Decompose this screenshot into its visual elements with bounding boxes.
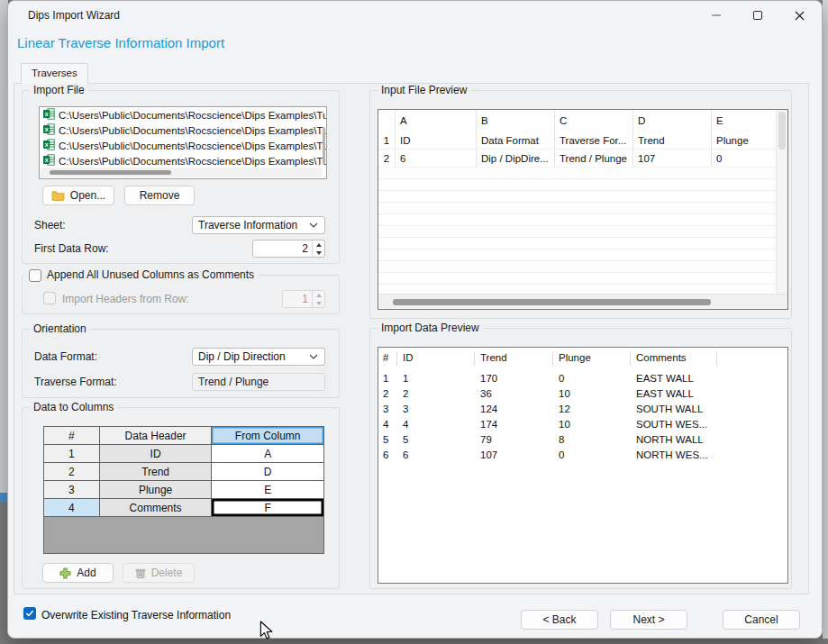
- sheet-label: Sheet:: [34, 219, 66, 231]
- append-columns-caption[interactable]: Append All Unused Columns as Comments: [25, 268, 258, 282]
- file-list-item[interactable]: x C:\Users\Public\Documents\Rocscience\D…: [40, 122, 326, 138]
- background-right-edge: [823, 0, 828, 639]
- cell: 0: [553, 371, 631, 386]
- cell: ID: [395, 132, 476, 149]
- table-row[interactable]: 3 Plunge E: [44, 481, 323, 499]
- delete-button: Delete: [123, 563, 195, 583]
- row-index-cell[interactable]: 2: [44, 463, 100, 481]
- cell: Traverse For...: [554, 132, 632, 149]
- row-number: 4: [378, 417, 397, 432]
- tab-label: Traverses: [32, 68, 77, 78]
- table-row[interactable]: 1 ID A: [44, 445, 323, 463]
- data-header-cell[interactable]: ID: [100, 445, 213, 463]
- scrollbar-thumb[interactable]: [393, 299, 711, 305]
- from-column-cell[interactable]: E: [212, 481, 323, 499]
- data-to-columns-table[interactable]: # Data Header From Column 1 ID A 2 Trend…: [43, 426, 324, 554]
- file-path: C:\Users\Public\Documents\Rocscience\Dip…: [59, 125, 326, 136]
- cell: 6: [397, 448, 475, 463]
- minimize-button[interactable]: [696, 1, 737, 30]
- cell: 79: [475, 432, 553, 448]
- cell: 107: [475, 448, 553, 463]
- spinner-up-button[interactable]: [313, 240, 324, 249]
- maximize-button[interactable]: [737, 1, 778, 30]
- cell: 0: [553, 448, 631, 463]
- horizontal-scrollbar[interactable]: [378, 294, 787, 309]
- cell: EAST WALL: [631, 371, 717, 386]
- open-folder-icon: [51, 190, 65, 201]
- table-row: 3 3 124 12 SOUTH WALL: [378, 402, 787, 417]
- overwrite-checkbox[interactable]: [23, 607, 36, 620]
- scrollbar-thumb[interactable]: [50, 170, 171, 175]
- close-button[interactable]: [778, 1, 820, 30]
- cell: 4: [397, 417, 475, 432]
- row-number: 5: [378, 432, 397, 448]
- input-file-preview-table[interactable]: A B C D E 1 ID Data Format Traverse For.…: [378, 109, 788, 310]
- file-path: C:\Users\Public\Documents\Rocscience\Dip…: [59, 156, 326, 167]
- file-list-item[interactable]: x C:\Users\Public\Documents\Rocscience\D…: [40, 153, 326, 168]
- table-row: 5 5 79 8 NORTH WALL: [378, 432, 787, 448]
- cell: SOUTH WALL: [631, 402, 717, 417]
- row-number: 2: [378, 386, 397, 402]
- append-columns-label: Append All Unused Columns as Comments: [47, 268, 254, 282]
- column-header: Trend: [475, 351, 553, 366]
- first-data-row-spinner[interactable]: 2: [252, 240, 325, 258]
- spinner-down-button: [313, 299, 324, 307]
- table-row-selected[interactable]: 4 Comments F: [44, 499, 323, 517]
- row-number: 1: [378, 371, 397, 386]
- data-header-cell[interactable]: Trend: [100, 463, 213, 481]
- add-button[interactable]: Add: [42, 563, 114, 583]
- spinner-down-button[interactable]: [313, 249, 324, 257]
- import-data-preview-table[interactable]: # ID Trend Plunge Comments 1 1 170 0 EAS…: [378, 347, 788, 584]
- column-header: Plunge: [553, 351, 631, 366]
- append-columns-checkbox[interactable]: [29, 269, 41, 282]
- data-header-cell[interactable]: Comments: [100, 499, 213, 517]
- file-list-item[interactable]: x C:\Users\Public\Documents\Rocscience\D…: [40, 107, 326, 122]
- row-index-cell[interactable]: 3: [44, 481, 100, 499]
- header-index[interactable]: #: [44, 427, 100, 445]
- table-row[interactable]: 2 Trend D: [44, 463, 323, 481]
- open-button[interactable]: Open...: [42, 186, 114, 205]
- import-file-list[interactable]: x C:\Users\Public\Documents\Rocscience\D…: [39, 106, 327, 179]
- cell: 174: [475, 417, 553, 432]
- from-column-cell[interactable]: A: [212, 445, 323, 463]
- cell: EAST WALL: [631, 386, 717, 402]
- file-list-horizontal-scrollbar[interactable]: [41, 168, 322, 177]
- scrollbar-thumb[interactable]: [778, 112, 786, 150]
- header-data-header[interactable]: Data Header: [100, 427, 213, 445]
- cell: 124: [475, 402, 553, 417]
- minimize-icon: [712, 14, 721, 16]
- column-header: D: [632, 110, 711, 132]
- data-format-dropdown[interactable]: Dip / Dip Direction: [192, 348, 325, 366]
- remove-button[interactable]: Remove: [124, 186, 195, 205]
- file-list-item[interactable]: x C:\Users\Public\Documents\Rocscience\D…: [40, 138, 326, 153]
- cell: 1: [397, 371, 475, 386]
- cell: 8: [553, 432, 631, 448]
- row-number: 6: [378, 448, 397, 463]
- row-index-cell[interactable]: 4: [44, 499, 100, 517]
- vertical-scrollbar[interactable]: [776, 110, 787, 294]
- spinner-buttons[interactable]: [312, 240, 324, 257]
- tab-traverses[interactable]: Traverses: [21, 63, 88, 84]
- cancel-button[interactable]: Cancel: [723, 610, 800, 630]
- back-button[interactable]: < Back: [521, 610, 598, 630]
- column-header: A: [395, 110, 476, 132]
- svg-text:x: x: [45, 141, 49, 148]
- mouse-cursor: [259, 621, 274, 644]
- cell: 107: [632, 150, 711, 167]
- next-button[interactable]: Next >: [610, 610, 687, 630]
- import-data-preview-group: Import Data Preview # ID Trend Plunge Co…: [369, 328, 792, 589]
- empty-grid-rows: [378, 168, 776, 294]
- row-number: 1: [378, 132, 395, 149]
- from-column-cell-selected[interactable]: F: [212, 499, 323, 517]
- table-header-row: # Data Header From Column: [44, 427, 323, 445]
- file-list-vertical-scrollbar[interactable]: [323, 127, 325, 165]
- column-header: E: [711, 110, 777, 132]
- back-button-label: < Back: [542, 613, 576, 626]
- header-from-column[interactable]: From Column: [212, 427, 323, 445]
- sheet-dropdown[interactable]: Traverse Information: [192, 216, 325, 234]
- titlebar[interactable]: Dips Import Wizard: [8, 1, 822, 30]
- row-index-cell[interactable]: 1: [44, 445, 100, 463]
- first-data-row-value: 2: [253, 240, 312, 257]
- data-header-cell[interactable]: Plunge: [100, 481, 213, 499]
- from-column-cell[interactable]: D: [212, 463, 323, 481]
